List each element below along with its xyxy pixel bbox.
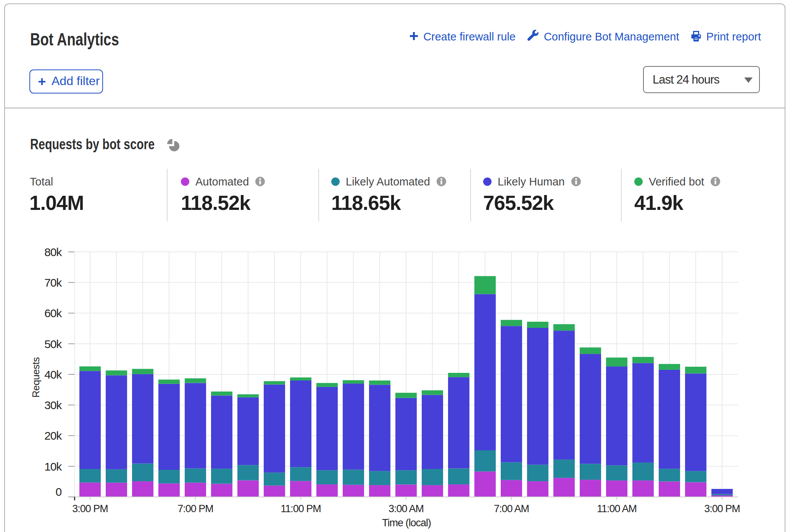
svg-text:3:00 AM: 3:00 AM (389, 503, 424, 514)
svg-text:7:00 PM: 7:00 PM (177, 503, 213, 514)
svg-text:3:00 PM: 3:00 PM (72, 503, 108, 514)
svg-text:60k: 60k (44, 307, 62, 319)
svg-text:3:00 PM: 3:00 PM (704, 503, 740, 514)
svg-text:30k: 30k (44, 399, 62, 411)
svg-text:Requests: Requests (30, 357, 42, 398)
svg-text:20k: 20k (44, 429, 62, 442)
svg-text:80k: 80k (44, 246, 62, 258)
svg-text:11:00 AM: 11:00 AM (597, 503, 637, 514)
svg-text:7:00 AM: 7:00 AM (494, 503, 529, 514)
svg-text:Time (local): Time (local) (382, 517, 431, 529)
svg-text:11:00 PM: 11:00 PM (281, 503, 321, 514)
svg-text:70k: 70k (44, 276, 62, 289)
svg-text:0: 0 (56, 485, 62, 498)
svg-text:10k: 10k (44, 460, 62, 473)
svg-text:50k: 50k (44, 338, 62, 350)
svg-text:40k: 40k (44, 368, 62, 381)
